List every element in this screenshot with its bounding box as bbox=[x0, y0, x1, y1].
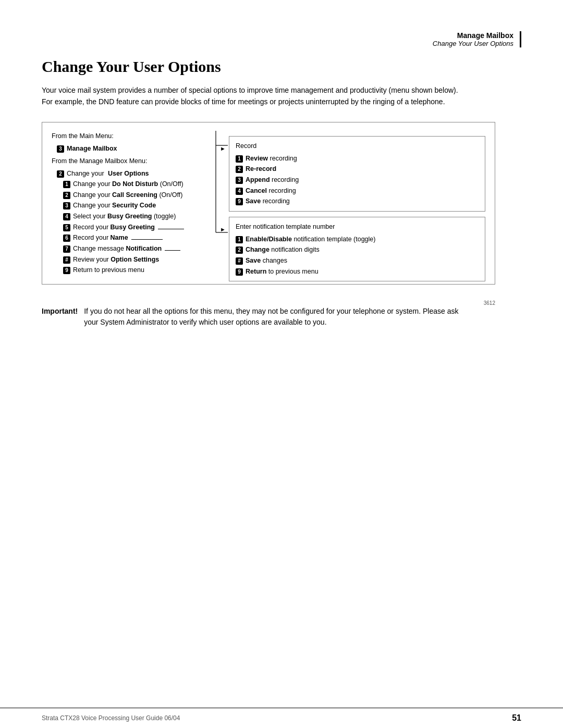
page-heading: Change Your User Options bbox=[42, 58, 521, 76]
item-3-row: 3 Manage Mailbox bbox=[52, 143, 213, 154]
page-container: Manage Mailbox Change Your User Options … bbox=[0, 0, 563, 728]
header-title: Manage Mailbox bbox=[433, 31, 513, 40]
sub-item-2-text: Change your Call Screening (On/Off) bbox=[73, 190, 182, 201]
sub-item-2: 2 Change your Call Screening (On/Off) bbox=[52, 190, 213, 201]
diagram-wrapper: From the Main Menu: 3 Manage Mailbox Fro… bbox=[42, 122, 495, 305]
sub-item-1: 1 Change your Do Not Disturb (On/Off) bbox=[52, 179, 213, 190]
badge-rb2: 2 bbox=[236, 246, 243, 254]
badge-s1: 1 bbox=[63, 181, 70, 188]
sub-item-hash: # Review your Option Settings bbox=[52, 254, 213, 265]
right-top-label: Record bbox=[236, 141, 479, 152]
sub-item-5-text: Record your Busy Greeting bbox=[73, 222, 155, 233]
item-2-bold: User Options bbox=[108, 168, 149, 179]
rt-item-1: 1 Review recording bbox=[236, 153, 479, 164]
rb-item-9-text: Return to previous menu bbox=[246, 266, 319, 277]
badge-rb1: 1 bbox=[236, 236, 243, 243]
intro-text: Your voice mail system provides a number… bbox=[42, 85, 469, 107]
badge-rt4: 4 bbox=[236, 188, 243, 195]
badge-2: 2 bbox=[57, 170, 64, 178]
badge-s2: 2 bbox=[63, 192, 70, 199]
footer-left: Strata CTX28 Voice Processing User Guide… bbox=[42, 714, 180, 722]
arrow-bottom: ► bbox=[220, 225, 226, 235]
rt-item-4: 4 Cancel recording bbox=[236, 186, 479, 196]
sub-item-hash-text: Review your Option Settings bbox=[73, 254, 159, 265]
arrow-top: ► bbox=[220, 144, 226, 154]
rt-item-2: 2 Re-record bbox=[236, 164, 479, 175]
badge-rb9: 9 bbox=[236, 268, 243, 276]
item-2-text: Change your bbox=[67, 168, 104, 179]
badge-s5: 5 bbox=[63, 224, 70, 231]
important-section: Important! If you do not hear all the op… bbox=[42, 306, 469, 328]
badge-3: 3 bbox=[57, 145, 64, 153]
rt-item-4-text: Cancel recording bbox=[246, 186, 296, 196]
rb-item-2: 2 Change notification digits bbox=[236, 244, 479, 255]
badge-rt3: 3 bbox=[236, 177, 243, 184]
item-3-label: Manage Mailbox bbox=[67, 143, 117, 154]
badge-rt9: 9 bbox=[236, 198, 243, 205]
badge-rt2: 2 bbox=[236, 166, 243, 173]
right-box-top: ► Record 1 Review recording 2 Re-record … bbox=[229, 136, 485, 211]
rb-item-2-text: Change notification digits bbox=[246, 244, 320, 255]
sub-item-9-text: Return to previous menu bbox=[73, 265, 144, 276]
sub-item-6: 6 Record your Name bbox=[52, 232, 213, 243]
sub-item-1-text: Change your Do Not Disturb (On/Off) bbox=[73, 179, 183, 190]
important-label: Important! bbox=[42, 306, 78, 328]
footer: Strata CTX28 Voice Processing User Guide… bbox=[0, 708, 563, 728]
rb-item-9: 9 Return to previous menu bbox=[236, 266, 479, 277]
important-text: If you do not hear all the options for t… bbox=[84, 306, 469, 328]
sub-item-5: 5 Record your Busy Greeting bbox=[52, 222, 213, 233]
rt-item-1-text: Review recording bbox=[246, 153, 297, 164]
right-bottom-label: Enter notification template number bbox=[236, 221, 479, 232]
line-7 bbox=[165, 250, 180, 251]
sub-item-3-text: Change your Security Code bbox=[73, 200, 156, 211]
fig-num: 3612 bbox=[42, 300, 495, 306]
diagram-container: From the Main Menu: 3 Manage Mailbox Fro… bbox=[42, 122, 495, 284]
rt-item-2-text: Re-record bbox=[246, 164, 276, 175]
rb-item-1-text: Enable/Disable notification template (to… bbox=[246, 234, 375, 245]
sub-item-6-text: Record your Name bbox=[73, 232, 128, 243]
rt-item-3-text: Append recording bbox=[246, 175, 299, 186]
header-subtitle: Change Your User Options bbox=[433, 40, 513, 47]
right-area: ► Record 1 Review recording 2 Re-record … bbox=[213, 131, 485, 275]
sub-item-4: 4 Select your Busy Greeting (toggle) bbox=[52, 211, 213, 222]
rt-item-3: 3 Append recording bbox=[236, 175, 479, 186]
rt-item-9-text: Save recording bbox=[246, 196, 290, 207]
badge-s6: 6 bbox=[63, 235, 70, 242]
from-manage-menu-label: From the Manage Mailbox Menu: bbox=[52, 156, 213, 167]
sub-item-7: 7 Change message Notification bbox=[52, 243, 213, 254]
rb-item-hash-text: Save changes bbox=[246, 255, 287, 266]
badge-s7: 7 bbox=[63, 245, 70, 253]
item-2-row: 2 Change your User Options bbox=[52, 168, 213, 179]
main-content: Change Your User Options Your voice mail… bbox=[0, 53, 563, 708]
sub-item-7-text: Change message Notification bbox=[73, 243, 162, 254]
line-6 bbox=[131, 239, 163, 240]
line-5 bbox=[158, 229, 184, 229]
sub-item-4-text: Select your Busy Greeting (toggle) bbox=[73, 211, 176, 222]
footer-page-num: 51 bbox=[512, 713, 521, 723]
badge-s3: 3 bbox=[63, 202, 70, 209]
rt-item-9: 9 Save recording bbox=[236, 196, 479, 207]
right-box-bottom: ► Enter notification template number 1 E… bbox=[229, 217, 485, 281]
badge-hash: # bbox=[63, 256, 70, 264]
rb-item-hash: # Save changes bbox=[236, 255, 479, 266]
header-section: Manage Mailbox Change Your User Options bbox=[0, 0, 563, 53]
rb-item-1: 1 Enable/Disable notification template (… bbox=[236, 234, 479, 245]
badge-s4: 4 bbox=[63, 213, 70, 220]
badge-rt1: 1 bbox=[236, 155, 243, 163]
sub-item-3: 3 Change your Security Code bbox=[52, 200, 213, 211]
badge-s9: 9 bbox=[63, 267, 70, 274]
badge-rbhash: # bbox=[236, 257, 243, 265]
left-panel: From the Main Menu: 3 Manage Mailbox Fro… bbox=[52, 131, 213, 275]
sub-item-9: 9 Return to previous menu bbox=[52, 265, 213, 276]
from-main-menu-label: From the Main Menu: bbox=[52, 131, 213, 142]
header-right: Manage Mailbox Change Your User Options bbox=[433, 31, 521, 47]
